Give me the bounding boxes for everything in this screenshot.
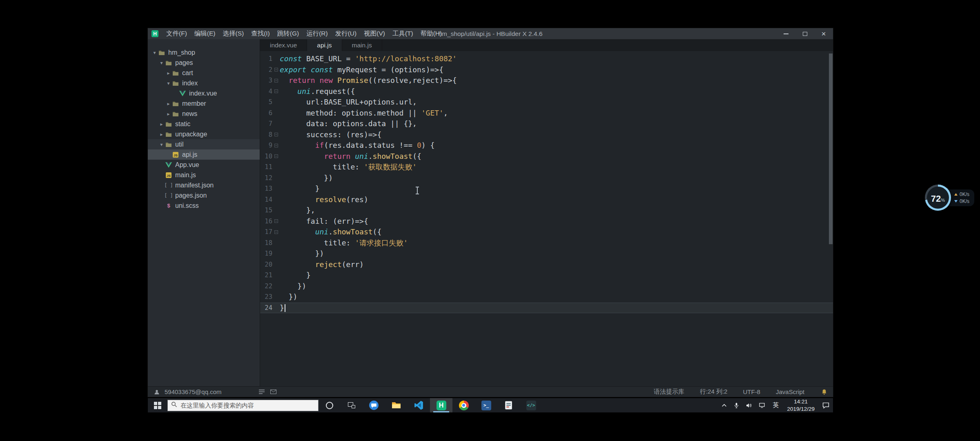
chevron-right-icon[interactable]: ▸ <box>165 70 172 76</box>
tab-index.vue[interactable]: index.vue <box>260 39 307 51</box>
fold-marker-icon[interactable] <box>272 216 280 227</box>
code-line[interactable]: 17 uni.showToast({ <box>260 227 833 238</box>
taskbar-search[interactable] <box>167 400 318 411</box>
document-app-button[interactable] <box>497 398 520 412</box>
chrome-button[interactable] <box>452 398 475 412</box>
tree-item-hm_shop[interactable]: ▾hm_shop <box>148 47 260 58</box>
code-line[interactable]: 9 if(res.data.status !== 0) { <box>260 140 833 151</box>
code-line[interactable]: 19 }) <box>260 248 833 259</box>
notification-bell-icon[interactable] <box>820 388 828 396</box>
code-line[interactable]: 4 uni.request({ <box>260 86 833 97</box>
performance-widget[interactable]: 72% 0K/s 0K/s <box>925 185 974 211</box>
menu-item-1[interactable]: 编辑(E) <box>191 28 219 39</box>
chevron-down-icon[interactable]: ▾ <box>158 60 165 66</box>
tree-item-index[interactable]: ▾index <box>148 78 260 88</box>
tree-item-news[interactable]: ▸news <box>148 109 260 119</box>
tree-item-uni.scss[interactable]: $uni.scss <box>148 200 260 211</box>
status-syntax-lib[interactable]: 语法提示库 <box>654 388 684 396</box>
fold-marker-icon[interactable] <box>272 65 280 76</box>
tab-api.js[interactable]: api.js <box>307 39 342 51</box>
menu-item-8[interactable]: 工具(T) <box>389 28 417 39</box>
code-line[interactable]: 7 data: options.data || {}, <box>260 118 833 129</box>
usage-gauge[interactable]: 72% <box>925 185 951 211</box>
menu-item-0[interactable]: 文件(F) <box>163 28 191 39</box>
tree-item-pages.json[interactable]: [ ]pages.json <box>148 190 260 200</box>
chevron-right-icon[interactable]: ▸ <box>158 121 165 127</box>
tree-item-main.js[interactable]: JSmain.js <box>148 170 260 180</box>
ime-indicator[interactable]: 英 <box>768 401 783 409</box>
menu-item-3[interactable]: 查找(I) <box>247 28 274 39</box>
tree-item-unpackage[interactable]: ▸unpackage <box>148 129 260 139</box>
menu-item-7[interactable]: 视图(V) <box>360 28 389 39</box>
tree-item-index.vue[interactable]: index.vue <box>148 88 260 98</box>
code-line[interactable]: 14 resolve(res) <box>260 194 833 205</box>
action-center-button[interactable] <box>819 398 833 412</box>
chevron-down-icon[interactable]: ▾ <box>165 80 172 86</box>
menu-item-2[interactable]: 选择(S) <box>219 28 247 39</box>
hidden-buttons-chevron-icon[interactable] <box>718 398 731 412</box>
tree-item-member[interactable]: ▸member <box>148 98 260 109</box>
status-cursor-position[interactable]: 行:24 列:2 <box>700 388 728 396</box>
chevron-right-icon[interactable]: ▸ <box>165 111 172 117</box>
menu-item-6[interactable]: 发行(U) <box>332 28 361 39</box>
code-line[interactable]: 12 }) <box>260 173 833 184</box>
fold-marker-icon[interactable] <box>272 86 280 97</box>
fold-marker-icon[interactable] <box>272 151 280 162</box>
code-line[interactable]: 10 return uni.showToast({ <box>260 151 833 162</box>
code-line[interactable]: 15 }, <box>260 205 833 216</box>
fold-marker-icon[interactable] <box>272 75 280 86</box>
code-line[interactable]: 16 fail: (err)=>{ <box>260 216 833 227</box>
code-line[interactable]: 3 return new Promise((resolve,reject)=>{ <box>260 75 833 86</box>
code-line[interactable]: 1const BASE_URL = 'http://localhost:8082… <box>260 53 833 65</box>
tree-item-pages[interactable]: ▾pages <box>148 58 260 68</box>
task-view-button[interactable] <box>341 398 363 412</box>
chevron-down-icon[interactable]: ▾ <box>158 142 165 147</box>
code-line[interactable]: 22 }) <box>260 281 833 292</box>
code-line[interactable]: 23 }) <box>260 292 833 303</box>
code-line[interactable]: 2export const myRequest = (options)=>{ <box>260 65 833 76</box>
code-line[interactable]: 5 url:BASE_URL+options.url, <box>260 97 833 108</box>
status-encoding[interactable]: UTF-8 <box>743 388 760 395</box>
menu-item-4[interactable]: 跳转(G) <box>274 28 303 39</box>
code-line[interactable]: 13 } <box>260 183 833 194</box>
tab-main.js[interactable]: main.js <box>342 39 382 51</box>
tree-item-manifest.json[interactable]: [ ]manifest.json <box>148 180 260 190</box>
chat-app-button[interactable] <box>363 398 385 412</box>
chevron-right-icon[interactable]: ▸ <box>158 131 165 137</box>
fold-marker-icon[interactable] <box>272 140 280 151</box>
code-editor[interactable]: 1const BASE_URL = 'http://localhost:8082… <box>260 51 833 386</box>
tree-item-api.js[interactable]: JSapi.js <box>148 149 260 160</box>
status-language[interactable]: JavaScript <box>776 388 804 395</box>
code-line[interactable]: 20 reject(err) <box>260 259 833 270</box>
minimize-button[interactable] <box>777 28 795 39</box>
account-email[interactable]: 594033675@qq.com <box>165 388 222 395</box>
code-line[interactable]: 18 title: '请求接口失败' <box>260 238 833 249</box>
code-app-button[interactable]: </> <box>520 398 542 412</box>
code-line[interactable]: 21 } <box>260 270 833 281</box>
chevron-right-icon[interactable]: ▸ <box>165 101 172 107</box>
menu-item-5[interactable]: 运行(R) <box>303 28 332 39</box>
chevron-down-icon[interactable]: ▾ <box>151 50 158 56</box>
tree-item-static[interactable]: ▸static <box>148 119 260 129</box>
hbuilderx-button[interactable]: H <box>430 398 452 412</box>
editor-scrollbar[interactable] <box>829 53 833 244</box>
taskbar-clock[interactable]: 14:21 2019/12/29 <box>783 398 819 412</box>
fold-marker-icon[interactable] <box>272 227 280 238</box>
tree-item-util[interactable]: ▾util <box>148 139 260 149</box>
tree-item-cart[interactable]: ▸cart <box>148 68 260 78</box>
network-button[interactable] <box>755 398 768 412</box>
start-button[interactable] <box>148 398 167 412</box>
code-line[interactable]: 24} <box>260 303 833 314</box>
volume-button[interactable] <box>742 398 755 412</box>
fold-marker-icon[interactable] <box>272 129 280 140</box>
file-explorer-button[interactable] <box>385 398 408 412</box>
outline-icon[interactable] <box>258 388 266 396</box>
tree-item-App.vue[interactable]: App.vue <box>148 160 260 170</box>
code-line[interactable]: 8 success: (res)=>{ <box>260 129 833 140</box>
vscode-button[interactable] <box>408 398 430 412</box>
close-button[interactable]: × <box>814 28 833 39</box>
code-line[interactable]: 11 title: '获取数据失败' <box>260 162 833 173</box>
mail-icon[interactable] <box>270 388 278 396</box>
cortana-button[interactable] <box>318 398 341 412</box>
menu-item-9[interactable]: 帮助(H) <box>417 28 446 39</box>
